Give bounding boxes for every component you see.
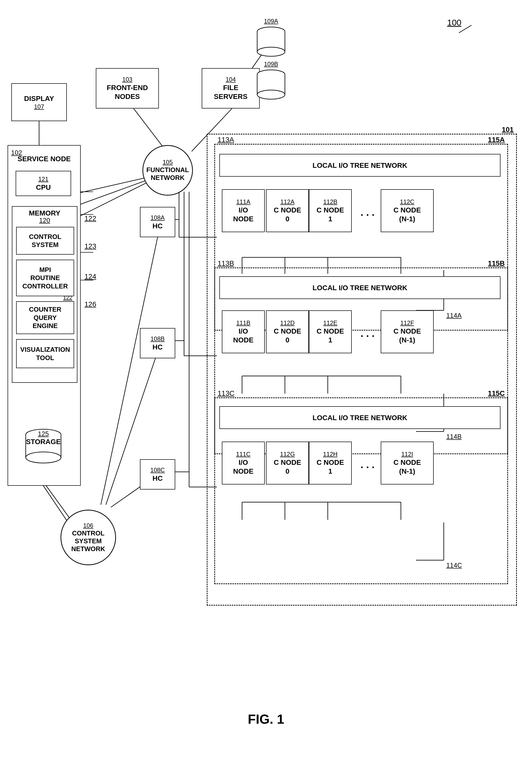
ref-113b: 113B [218, 259, 234, 267]
file-servers-box: 104 FILESERVERS [202, 68, 260, 108]
ref-112e: 112E [323, 319, 337, 327]
ref-123: 123 [84, 242, 96, 250]
c-node-112d: 112D C NODE0 [266, 310, 309, 353]
display-label: DISPLAY [24, 94, 54, 103]
svg-point-60 [257, 90, 285, 99]
c-node-112a: 112A C NODE0 [266, 189, 309, 232]
counter-query-box: 122 COUNTERQUERYENGINE [16, 301, 74, 334]
fn-ref: 105 [163, 159, 173, 166]
cpu-ref: 121 [38, 175, 48, 183]
svg-line-2 [134, 108, 166, 151]
local-io-tree-b-label: LOCAL I/O TREE NETWORK [313, 283, 407, 292]
cpu-box: 121 CPU [15, 171, 71, 196]
ref-109a: 109A [255, 18, 288, 25]
storage-ref: 125 [22, 430, 65, 438]
functional-network-circle: 105 FUNCTIONALNETWORK [142, 145, 193, 196]
label-111a: I/ONODE [233, 206, 254, 223]
local-io-tree-b: LOCAL I/O TREE NETWORK [219, 276, 500, 299]
c-node-112f: 112F C NODE(N-1) [381, 310, 434, 353]
ref-114c: 114C [446, 561, 462, 569]
ref-112b: 112B [323, 198, 337, 206]
figure-label: FIG. 1 [0, 712, 532, 727]
c-node-112c: 112C C NODE(N-1) [381, 189, 434, 232]
ref-112i: 112I [402, 450, 413, 458]
service-node-box: 102 SERVICE NODE 121 CPU MEMORY 120 CONT… [8, 145, 81, 486]
csn-label: CONTROLSYSTEMNETWORK [71, 530, 105, 553]
memory-box: MEMORY 120 CONTROLSYSTEM MPIROUTINECONTR… [12, 206, 77, 383]
io-node-111c: 111C I/ONODE [222, 441, 265, 484]
control-system-label: CONTROLSYSTEM [29, 233, 62, 249]
hc-108a-box: 108A HC [140, 207, 175, 237]
storage-109a: 109A [255, 25, 288, 58]
ref-115b: 115B [488, 259, 505, 267]
ref-111a: 111A [236, 198, 250, 206]
control-system-network-circle: 106 CONTROLSYSTEMNETWORK [61, 510, 116, 565]
display-ref: 107 [34, 103, 44, 110]
storage-label: STORAGE [22, 437, 65, 446]
local-io-tree-c: LOCAL I/O TREE NETWORK [219, 406, 500, 429]
ref-112h: 112H [323, 450, 337, 458]
hc108b-label: HC [153, 343, 163, 351]
cpu-label: CPU [36, 183, 51, 192]
dots-c: · · · [361, 462, 375, 473]
label-112h: C NODE1 [317, 458, 344, 476]
ref-111c: 111C [236, 450, 250, 458]
local-io-tree-a-label: LOCAL I/O TREE NETWORK [313, 161, 407, 170]
csn-ref: 106 [83, 522, 93, 530]
ref-115c: 115C [488, 389, 505, 397]
hc108a-label: HC [153, 222, 163, 230]
ref-113c: 113C [218, 389, 235, 397]
ref-112d: 112D [280, 319, 294, 327]
ref-109b: 109B [255, 61, 288, 68]
counter-query-label: COUNTERQUERYENGINE [29, 305, 62, 330]
c-node-112i: 112I C NODE(N-1) [381, 441, 434, 484]
c-node-112g: 112G C NODE0 [266, 441, 309, 484]
display-box: DISPLAY 107 [11, 83, 67, 121]
label-112i: C NODE(N-1) [394, 458, 421, 476]
label-111c: I/ONODE [233, 458, 254, 476]
hc108b-ref: 108B [151, 335, 165, 343]
ref-112f: 112F [400, 319, 414, 327]
diagram: 100 [0, 0, 532, 757]
c-node-112h: 112H C NODE1 [309, 441, 352, 484]
frontend-label: FRONT-ENDNODES [107, 83, 148, 101]
control-system-box: CONTROLSYSTEM [16, 227, 74, 255]
io-node-111b: 111B I/ONODE [222, 310, 265, 353]
fileservers-ref: 104 [226, 76, 236, 83]
hc108a-ref: 108A [151, 214, 165, 222]
io-node-111a: 111A I/ONODE [222, 189, 265, 232]
label-112c: C NODE(N-1) [394, 206, 421, 223]
ref-112g: 112G [280, 450, 295, 458]
local-io-tree-a: LOCAL I/O TREE NETWORK [219, 154, 500, 177]
label-112b: C NODE1 [317, 206, 344, 223]
memory-ref: 120 [13, 216, 77, 225]
viz-tool-label: VISUALIZATIONTOOL [20, 346, 70, 362]
frontend-nodes-box: 103 FRONT-ENDNODES [96, 68, 159, 108]
dots-a: · · · [361, 209, 375, 221]
label-112e: C NODE1 [317, 327, 344, 345]
ref-122: 122 [84, 215, 96, 223]
ref-112a: 112A [280, 198, 294, 206]
fn-label: FUNCTIONALNETWORK [147, 166, 189, 182]
ref-112c: 112C [400, 198, 414, 206]
svg-point-65 [26, 452, 61, 463]
ref-111b: 111B [236, 319, 250, 327]
label-112g: C NODE0 [274, 458, 301, 476]
ref-113a: 113A [218, 136, 234, 144]
svg-point-55 [257, 47, 285, 56]
label-112a: C NODE0 [274, 206, 301, 223]
hc108c-label: HC [153, 474, 163, 483]
label-112d: C NODE0 [274, 327, 301, 345]
ref-124-label: 124 [84, 273, 96, 281]
dots-b: · · · [361, 331, 375, 342]
ref-100: 100 [447, 18, 462, 27]
c-node-112e: 112E C NODE1 [309, 310, 352, 353]
storage-cylinder: STORAGE 125 [22, 427, 65, 465]
label-111b: I/ONODE [233, 327, 254, 345]
visualization-tool-box: VISUALIZATIONTOOL [16, 339, 74, 368]
hc-108c-box: 108C HC [140, 459, 175, 490]
mpi-label: MPIROUTINECONTROLLER [22, 266, 68, 290]
mpi-routine-box: MPIROUTINECONTROLLER [16, 260, 74, 296]
frontend-ref: 103 [122, 76, 132, 83]
hc-108b-box: 108B HC [140, 328, 175, 358]
